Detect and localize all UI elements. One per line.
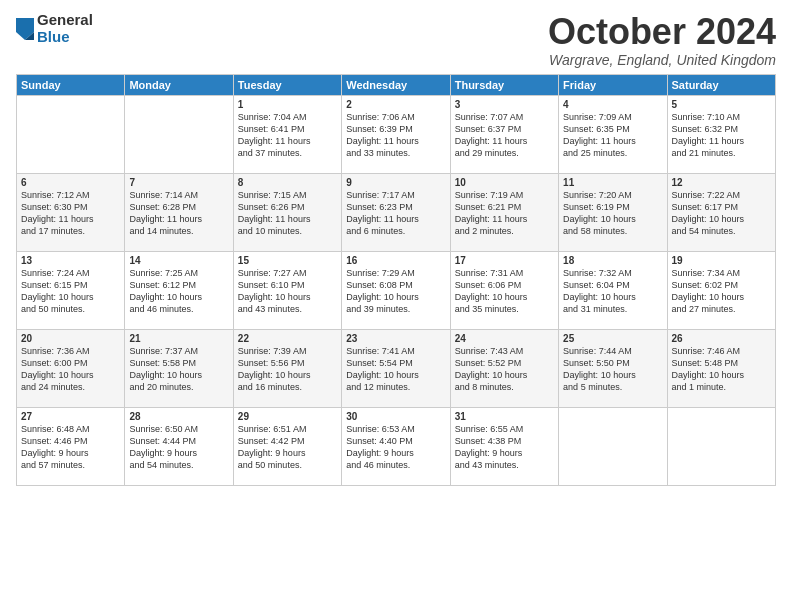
cell-info: Sunrise: 7:34 AMSunset: 6:02 PMDaylight:… [672,267,771,316]
cell-info: Sunrise: 7:14 AMSunset: 6:28 PMDaylight:… [129,189,228,238]
cell-info: Sunrise: 7:29 AMSunset: 6:08 PMDaylight:… [346,267,445,316]
calendar-cell: 17Sunrise: 7:31 AMSunset: 6:06 PMDayligh… [450,251,558,329]
cell-info: Sunrise: 7:10 AMSunset: 6:32 PMDaylight:… [672,111,771,160]
day-number: 18 [563,255,662,266]
location: Wargrave, England, United Kingdom [548,52,776,68]
calendar-cell: 9Sunrise: 7:17 AMSunset: 6:23 PMDaylight… [342,173,450,251]
week-row-4: 27Sunrise: 6:48 AMSunset: 4:46 PMDayligh… [17,407,776,485]
calendar-cell: 31Sunrise: 6:55 AMSunset: 4:38 PMDayligh… [450,407,558,485]
day-number: 22 [238,333,337,344]
calendar-cell: 7Sunrise: 7:14 AMSunset: 6:28 PMDaylight… [125,173,233,251]
cell-info: Sunrise: 7:12 AMSunset: 6:30 PMDaylight:… [21,189,120,238]
header-day-monday: Monday [125,74,233,95]
header-row: SundayMondayTuesdayWednesdayThursdayFrid… [17,74,776,95]
week-row-2: 13Sunrise: 7:24 AMSunset: 6:15 PMDayligh… [17,251,776,329]
calendar-cell: 27Sunrise: 6:48 AMSunset: 4:46 PMDayligh… [17,407,125,485]
cell-info: Sunrise: 6:50 AMSunset: 4:44 PMDaylight:… [129,423,228,472]
calendar-cell [17,95,125,173]
calendar-cell: 8Sunrise: 7:15 AMSunset: 6:26 PMDaylight… [233,173,341,251]
header-day-saturday: Saturday [667,74,775,95]
cell-info: Sunrise: 7:31 AMSunset: 6:06 PMDaylight:… [455,267,554,316]
calendar-cell: 29Sunrise: 6:51 AMSunset: 4:42 PMDayligh… [233,407,341,485]
calendar-cell: 4Sunrise: 7:09 AMSunset: 6:35 PMDaylight… [559,95,667,173]
day-number: 9 [346,177,445,188]
month-title: October 2024 [548,12,776,52]
calendar-cell: 1Sunrise: 7:04 AMSunset: 6:41 PMDaylight… [233,95,341,173]
cell-info: Sunrise: 7:36 AMSunset: 6:00 PMDaylight:… [21,345,120,394]
day-number: 25 [563,333,662,344]
header-day-friday: Friday [559,74,667,95]
cell-info: Sunrise: 7:43 AMSunset: 5:52 PMDaylight:… [455,345,554,394]
cell-info: Sunrise: 7:41 AMSunset: 5:54 PMDaylight:… [346,345,445,394]
cell-info: Sunrise: 7:17 AMSunset: 6:23 PMDaylight:… [346,189,445,238]
calendar-cell: 10Sunrise: 7:19 AMSunset: 6:21 PMDayligh… [450,173,558,251]
calendar-cell: 16Sunrise: 7:29 AMSunset: 6:08 PMDayligh… [342,251,450,329]
day-number: 31 [455,411,554,422]
week-row-0: 1Sunrise: 7:04 AMSunset: 6:41 PMDaylight… [17,95,776,173]
day-number: 14 [129,255,228,266]
cell-info: Sunrise: 7:24 AMSunset: 6:15 PMDaylight:… [21,267,120,316]
calendar-cell: 22Sunrise: 7:39 AMSunset: 5:56 PMDayligh… [233,329,341,407]
logo: General Blue [16,12,93,45]
cell-info: Sunrise: 7:07 AMSunset: 6:37 PMDaylight:… [455,111,554,160]
calendar-cell: 3Sunrise: 7:07 AMSunset: 6:37 PMDaylight… [450,95,558,173]
day-number: 15 [238,255,337,266]
logo-icon [16,18,34,40]
cell-info: Sunrise: 7:44 AMSunset: 5:50 PMDaylight:… [563,345,662,394]
header-day-tuesday: Tuesday [233,74,341,95]
calendar-cell [559,407,667,485]
calendar-cell: 20Sunrise: 7:36 AMSunset: 6:00 PMDayligh… [17,329,125,407]
cell-info: Sunrise: 7:22 AMSunset: 6:17 PMDaylight:… [672,189,771,238]
calendar-cell: 15Sunrise: 7:27 AMSunset: 6:10 PMDayligh… [233,251,341,329]
cell-info: Sunrise: 6:55 AMSunset: 4:38 PMDaylight:… [455,423,554,472]
logo-text: General Blue [37,12,93,45]
day-number: 5 [672,99,771,110]
day-number: 10 [455,177,554,188]
cell-info: Sunrise: 6:51 AMSunset: 4:42 PMDaylight:… [238,423,337,472]
cell-info: Sunrise: 7:06 AMSunset: 6:39 PMDaylight:… [346,111,445,160]
day-number: 2 [346,99,445,110]
calendar-cell: 21Sunrise: 7:37 AMSunset: 5:58 PMDayligh… [125,329,233,407]
day-number: 27 [21,411,120,422]
calendar-cell: 18Sunrise: 7:32 AMSunset: 6:04 PMDayligh… [559,251,667,329]
cell-info: Sunrise: 7:37 AMSunset: 5:58 PMDaylight:… [129,345,228,394]
day-number: 19 [672,255,771,266]
day-number: 3 [455,99,554,110]
logo-general: General [37,12,93,29]
cell-info: Sunrise: 6:53 AMSunset: 4:40 PMDaylight:… [346,423,445,472]
header-day-wednesday: Wednesday [342,74,450,95]
cell-info: Sunrise: 6:48 AMSunset: 4:46 PMDaylight:… [21,423,120,472]
day-number: 30 [346,411,445,422]
cell-info: Sunrise: 7:32 AMSunset: 6:04 PMDaylight:… [563,267,662,316]
calendar-cell: 28Sunrise: 6:50 AMSunset: 4:44 PMDayligh… [125,407,233,485]
calendar-cell: 25Sunrise: 7:44 AMSunset: 5:50 PMDayligh… [559,329,667,407]
day-number: 17 [455,255,554,266]
cell-info: Sunrise: 7:09 AMSunset: 6:35 PMDaylight:… [563,111,662,160]
calendar-table: SundayMondayTuesdayWednesdayThursdayFrid… [16,74,776,486]
calendar-cell: 13Sunrise: 7:24 AMSunset: 6:15 PMDayligh… [17,251,125,329]
cell-info: Sunrise: 7:04 AMSunset: 6:41 PMDaylight:… [238,111,337,160]
calendar-cell: 2Sunrise: 7:06 AMSunset: 6:39 PMDaylight… [342,95,450,173]
day-number: 8 [238,177,337,188]
cell-info: Sunrise: 7:46 AMSunset: 5:48 PMDaylight:… [672,345,771,394]
day-number: 26 [672,333,771,344]
week-row-1: 6Sunrise: 7:12 AMSunset: 6:30 PMDaylight… [17,173,776,251]
day-number: 29 [238,411,337,422]
calendar-cell: 26Sunrise: 7:46 AMSunset: 5:48 PMDayligh… [667,329,775,407]
calendar-cell: 14Sunrise: 7:25 AMSunset: 6:12 PMDayligh… [125,251,233,329]
calendar-cell: 11Sunrise: 7:20 AMSunset: 6:19 PMDayligh… [559,173,667,251]
cell-info: Sunrise: 7:39 AMSunset: 5:56 PMDaylight:… [238,345,337,394]
day-number: 21 [129,333,228,344]
day-number: 20 [21,333,120,344]
cell-info: Sunrise: 7:19 AMSunset: 6:21 PMDaylight:… [455,189,554,238]
week-row-3: 20Sunrise: 7:36 AMSunset: 6:00 PMDayligh… [17,329,776,407]
day-number: 28 [129,411,228,422]
cell-info: Sunrise: 7:25 AMSunset: 6:12 PMDaylight:… [129,267,228,316]
day-number: 16 [346,255,445,266]
day-number: 23 [346,333,445,344]
day-number: 24 [455,333,554,344]
header-day-sunday: Sunday [17,74,125,95]
day-number: 12 [672,177,771,188]
day-number: 11 [563,177,662,188]
day-number: 6 [21,177,120,188]
